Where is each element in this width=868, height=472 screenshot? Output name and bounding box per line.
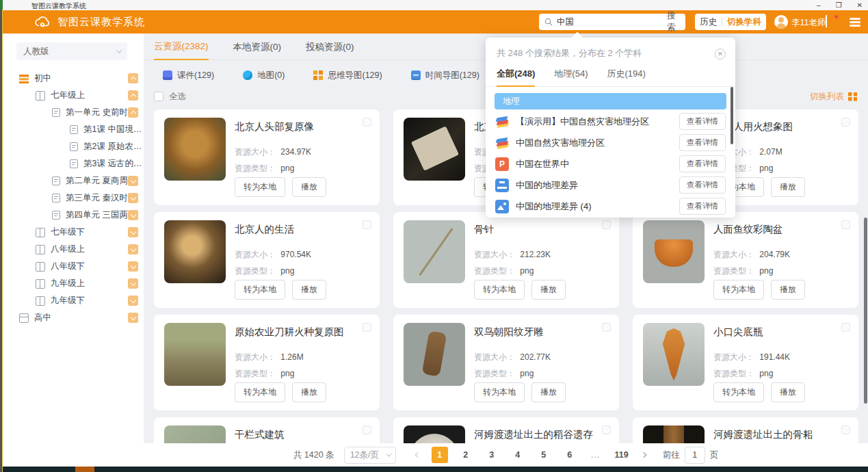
- sidebar-tree-item[interactable]: 八年级下: [3, 258, 144, 275]
- card-checkbox[interactable]: [363, 118, 371, 127]
- sidebar-tree-item[interactable]: 九年级上: [3, 275, 144, 292]
- page-number-button[interactable]: 2: [458, 447, 474, 463]
- close-button[interactable]: ✕: [857, 1, 863, 9]
- card-checkbox[interactable]: [841, 118, 850, 127]
- results-subject-tab[interactable]: 全部(248): [497, 68, 535, 87]
- view-details-button[interactable]: 查看详情: [679, 176, 726, 194]
- expand-chevron-icon[interactable]: [128, 193, 138, 203]
- popup-scrollbar[interactable]: [731, 87, 733, 144]
- convert-to-local-button[interactable]: 转为本地: [474, 280, 525, 300]
- page-number-button[interactable]: 5: [536, 447, 552, 463]
- play-button[interactable]: 播放: [771, 382, 805, 402]
- search-result-item[interactable]: 中国在世界中 查看详情: [486, 153, 735, 174]
- page-number-button[interactable]: 3: [484, 447, 500, 463]
- page-number-button[interactable]: 119: [614, 447, 630, 463]
- card-checkbox[interactable]: [841, 425, 850, 434]
- convert-to-local-button[interactable]: 转为本地: [713, 280, 764, 300]
- expand-chevron-icon[interactable]: [128, 296, 138, 306]
- convert-to-local-button[interactable]: 转为本地: [713, 382, 764, 402]
- sidebar-tree-item[interactable]: 九年级下: [3, 292, 144, 309]
- convert-to-local-button[interactable]: 转为本地: [235, 280, 285, 300]
- sidebar-tree-item[interactable]: 初中: [3, 70, 144, 87]
- search-box[interactable]: 搜索: [539, 14, 685, 30]
- page-number-button[interactable]: ...: [588, 447, 604, 463]
- search-button[interactable]: 搜索: [667, 10, 680, 34]
- card-checkbox[interactable]: [602, 220, 611, 229]
- play-button[interactable]: 播放: [771, 280, 805, 300]
- play-button[interactable]: 播放: [531, 280, 566, 300]
- card-checkbox[interactable]: [363, 220, 371, 229]
- page-number-button[interactable]: 4: [510, 447, 526, 463]
- search-result-item[interactable]: 【演示用】中国自然灾害地理分区 查看详情: [486, 111, 735, 132]
- search-input[interactable]: [557, 17, 667, 27]
- search-result-item[interactable]: 中国的地理差异 (4) 查看详情: [486, 196, 735, 217]
- filter-chip[interactable]: 思维导图(129): [313, 70, 382, 81]
- subject-switcher[interactable]: 历史 切换学科: [695, 14, 766, 30]
- card-checkbox[interactable]: [841, 323, 850, 332]
- view-details-button[interactable]: 查看详情: [679, 113, 726, 130]
- results-subject-tab[interactable]: 地理(54): [554, 68, 588, 86]
- expand-chevron-icon[interactable]: [128, 73, 138, 83]
- expand-chevron-icon[interactable]: [128, 261, 138, 272]
- expand-chevron-icon[interactable]: [128, 278, 138, 289]
- menu-icon[interactable]: [850, 18, 860, 20]
- expand-chevron-icon[interactable]: [128, 244, 138, 254]
- play-button[interactable]: 播放: [292, 382, 326, 402]
- textbook-version-select[interactable]: 人教版: [16, 42, 127, 60]
- switch-subject-button[interactable]: 切换学科: [727, 16, 761, 28]
- play-button[interactable]: 播放: [292, 280, 326, 300]
- search-result-item[interactable]: 中国的地理差异 查看详情: [486, 174, 735, 196]
- expand-chevron-icon[interactable]: [128, 107, 138, 118]
- resource-tab[interactable]: 云资源(2382): [154, 40, 209, 60]
- card-checkbox[interactable]: [602, 425, 611, 434]
- resource-thumbnail[interactable]: [404, 118, 465, 181]
- resource-thumbnail[interactable]: [643, 425, 705, 444]
- play-button[interactable]: 播放: [531, 382, 566, 402]
- sidebar-tree-item[interactable]: 八年级上: [3, 241, 144, 258]
- resource-tab[interactable]: 投稿资源(0): [306, 41, 354, 60]
- next-page-button[interactable]: [635, 447, 652, 463]
- expand-chevron-icon[interactable]: [128, 176, 138, 186]
- convert-to-local-button[interactable]: 转为本地: [235, 177, 285, 197]
- user-avatar[interactable]: [774, 15, 788, 29]
- resource-thumbnail[interactable]: [404, 220, 465, 283]
- resource-tab[interactable]: 本地资源(0): [233, 41, 282, 60]
- goto-page-input[interactable]: [685, 447, 705, 464]
- view-details-button[interactable]: 查看详情: [679, 134, 726, 151]
- convert-to-local-button[interactable]: 转为本地: [235, 382, 285, 402]
- view-details-button[interactable]: 查看详情: [679, 198, 726, 215]
- sidebar-tree-item[interactable]: 第四单元 三国两晋南北...: [3, 207, 144, 224]
- card-checkbox[interactable]: [841, 220, 850, 229]
- sidebar-tree-item[interactable]: 第二单元 夏商周时期: [3, 172, 144, 189]
- sidebar-tree-item[interactable]: 七年级上: [3, 87, 144, 104]
- per-page-select[interactable]: 12条/页: [344, 447, 396, 464]
- select-all-checkbox[interactable]: [154, 92, 163, 101]
- sidebar-tree-item[interactable]: 七年级下: [3, 224, 144, 241]
- resource-thumbnail[interactable]: [404, 323, 465, 386]
- page-number-button[interactable]: 6: [562, 447, 578, 463]
- card-checkbox[interactable]: [363, 323, 371, 332]
- sidebar-tree-item[interactable]: 第3课 远古的传说: [3, 155, 144, 172]
- prev-page-button[interactable]: [410, 447, 426, 463]
- switch-list-button[interactable]: 切换列表: [810, 91, 857, 103]
- results-subject-tab[interactable]: 历史(194): [607, 68, 645, 86]
- sidebar-tree-item[interactable]: 高中: [3, 309, 144, 326]
- minimize-button[interactable]: –: [817, 1, 821, 9]
- restore-button[interactable]: ❐: [836, 1, 842, 9]
- page-number-button[interactable]: 1: [432, 447, 448, 463]
- page-scrollbar[interactable]: [864, 218, 867, 404]
- sidebar-tree-item[interactable]: 第三单元 秦汉时期: [3, 189, 144, 207]
- sidebar-tree-item[interactable]: 第一单元 史前时期: [3, 104, 144, 121]
- notification-bell-icon[interactable]: [826, 16, 837, 28]
- search-result-item[interactable]: 中国自然灾害地理分区 查看详情: [486, 132, 735, 153]
- resource-thumbnail[interactable]: [404, 425, 465, 444]
- sidebar-tree-item[interactable]: 第1课 中国境内早...: [3, 121, 144, 138]
- play-button[interactable]: 播放: [771, 177, 805, 197]
- sidebar-tree-item[interactable]: 第2课 原始农耕生...: [3, 138, 144, 155]
- resource-thumbnail[interactable]: [643, 220, 705, 283]
- expand-chevron-icon[interactable]: [128, 227, 138, 237]
- resource-thumbnail[interactable]: [164, 220, 226, 283]
- filter-chip[interactable]: 时间导图(129): [411, 70, 479, 81]
- filter-chip[interactable]: 地图(0): [243, 70, 285, 81]
- card-checkbox[interactable]: [363, 425, 371, 434]
